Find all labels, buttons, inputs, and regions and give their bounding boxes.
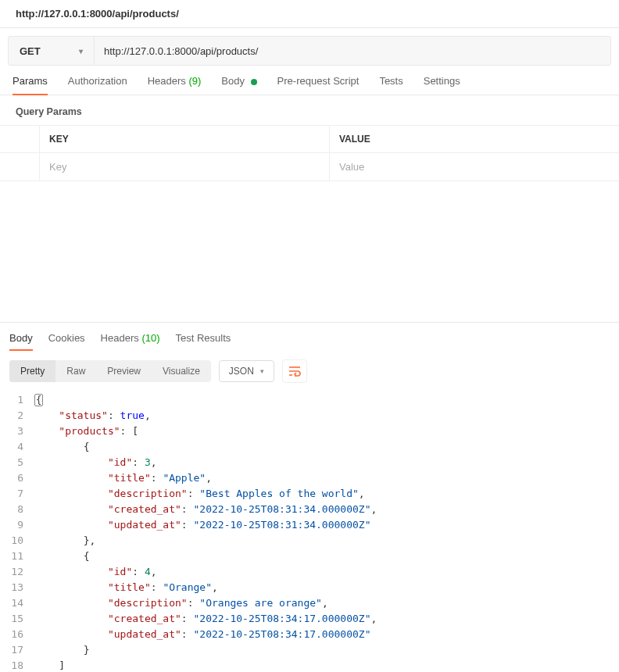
view-visualize-button[interactable]: Visualize [152,360,211,382]
request-tabs: Params Authorization Headers (9) Body Pr… [0,66,619,95]
http-method-select[interactable]: GET ▾ [9,37,95,65]
code-content[interactable]: { "status": true, "products": [ { "id": … [34,392,619,672]
view-preview-button[interactable]: Preview [96,360,152,382]
response-body-code: 1 2 3 4 5 6 7 8 9 10 11 12 13 14 15 16 1… [0,392,619,672]
resp-tab-cookies[interactable]: Cookies [48,332,85,350]
resp-tab-headers-label: Headers [101,332,139,344]
param-value-input[interactable] [339,161,610,173]
resp-tab-test-results[interactable]: Test Results [176,332,231,350]
format-label: JSON [229,366,254,377]
column-value: VALUE [329,126,619,152]
column-key: KEY [39,126,329,152]
view-raw-button[interactable]: Raw [55,360,96,382]
tab-tests[interactable]: Tests [379,75,403,95]
query-params-row [0,152,619,181]
dot-icon [251,79,257,85]
query-params-title: Query Params [0,95,619,125]
chevron-down-icon: ▾ [260,367,264,375]
wrap-lines-button[interactable] [282,359,307,383]
tab-prerequest[interactable]: Pre-request Script [277,75,360,95]
tab-authorization[interactable]: Authorization [68,75,127,95]
tab-body[interactable]: Body [221,75,256,95]
line-gutter: 1 2 3 4 5 6 7 8 9 10 11 12 13 14 15 16 1… [0,392,34,672]
tab-body-label: Body [221,75,245,87]
tab-settings[interactable]: Settings [424,75,460,95]
view-pretty-button[interactable]: Pretty [9,360,55,382]
request-bar: GET ▾ [8,36,611,66]
tab-headers-label: Headers [148,75,186,87]
resp-tab-body[interactable]: Body [9,332,33,350]
resp-tab-headers-count: (10) [141,332,159,344]
query-params-header: KEY VALUE [0,125,619,152]
response-toolbar: Pretty Raw Preview Visualize JSON ▾ [0,350,619,392]
http-method-label: GET [20,45,41,57]
chevron-down-icon: ▾ [79,47,83,55]
tab-params[interactable]: Params [13,75,48,95]
tab-headers[interactable]: Headers (9) [148,75,202,95]
url-input[interactable] [95,37,610,65]
format-select[interactable]: JSON ▾ [219,360,274,382]
wrap-icon [288,366,301,377]
response-tabs: Body Cookies Headers (10) Test Results [0,323,619,350]
tab-title: http://127.0.0.1:8000/api/products/ [0,0,619,28]
tab-headers-count: (9) [188,75,201,87]
param-key-input[interactable] [49,161,320,173]
resp-tab-headers[interactable]: Headers (10) [101,332,160,350]
view-group: Pretty Raw Preview Visualize [9,360,211,382]
